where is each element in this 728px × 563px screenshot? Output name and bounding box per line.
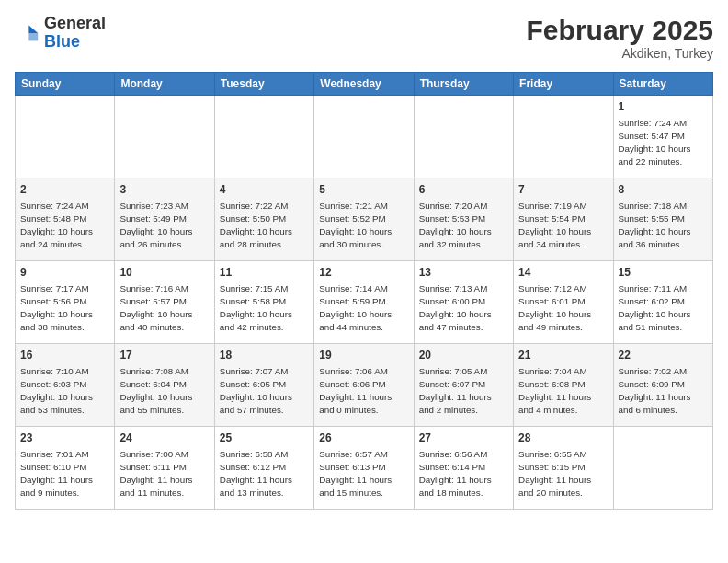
day-number: 20 bbox=[419, 348, 508, 363]
calendar-cell bbox=[314, 96, 414, 178]
day-info: Sunrise: 7:05 AMSunset: 6:07 PMDaylight:… bbox=[419, 365, 508, 418]
calendar-cell: 27Sunrise: 6:56 AMSunset: 6:14 PMDayligh… bbox=[414, 427, 513, 510]
calendar-cell: 13Sunrise: 7:13 AMSunset: 6:00 PMDayligh… bbox=[414, 261, 513, 344]
day-info: Sunrise: 7:16 AMSunset: 5:57 PMDaylight:… bbox=[119, 282, 209, 335]
day-number: 8 bbox=[619, 182, 708, 198]
calendar-cell: 8Sunrise: 7:18 AMSunset: 5:55 PMDaylight… bbox=[613, 178, 712, 261]
calendar-cell: 28Sunrise: 6:55 AMSunset: 6:15 PMDayligh… bbox=[514, 427, 613, 510]
day-info: Sunrise: 7:06 AMSunset: 6:06 PMDaylight:… bbox=[319, 365, 408, 418]
day-info: Sunrise: 6:56 AMSunset: 6:14 PMDaylight:… bbox=[419, 448, 508, 500]
calendar-cell bbox=[613, 427, 712, 510]
day-info: Sunrise: 7:12 AMSunset: 6:01 PMDaylight:… bbox=[518, 282, 608, 335]
calendar-cell: 22Sunrise: 7:02 AMSunset: 6:09 PMDayligh… bbox=[613, 344, 712, 427]
day-info: Sunrise: 7:01 AMSunset: 6:10 PMDaylight:… bbox=[20, 448, 109, 500]
day-number: 27 bbox=[419, 431, 508, 446]
calendar-week-row: 16Sunrise: 7:10 AMSunset: 6:03 PMDayligh… bbox=[16, 344, 713, 427]
calendar-cell bbox=[514, 96, 613, 178]
calendar-cell: 26Sunrise: 6:57 AMSunset: 6:13 PMDayligh… bbox=[314, 427, 414, 510]
calendar-cell bbox=[414, 96, 513, 178]
calendar-week-row: 9Sunrise: 7:17 AMSunset: 5:56 PMDaylight… bbox=[16, 261, 713, 344]
calendar-cell: 14Sunrise: 7:12 AMSunset: 6:01 PMDayligh… bbox=[514, 261, 613, 344]
calendar-cell bbox=[115, 96, 214, 178]
page-header: General Blue February 2025 Akdiken, Turk… bbox=[15, 15, 713, 61]
day-number: 19 bbox=[319, 348, 408, 363]
day-number: 21 bbox=[518, 348, 608, 363]
day-info: Sunrise: 6:58 AMSunset: 6:12 PMDaylight:… bbox=[220, 448, 309, 500]
day-info: Sunrise: 7:14 AMSunset: 5:59 PMDaylight:… bbox=[319, 282, 408, 335]
day-number: 23 bbox=[20, 431, 109, 446]
day-info: Sunrise: 7:08 AMSunset: 6:04 PMDaylight:… bbox=[119, 365, 209, 418]
day-number: 1 bbox=[619, 99, 708, 115]
day-number: 9 bbox=[20, 265, 109, 281]
calendar-week-row: 1Sunrise: 7:24 AMSunset: 5:47 PMDaylight… bbox=[16, 96, 713, 178]
calendar-cell: 1Sunrise: 7:24 AMSunset: 5:47 PMDaylight… bbox=[613, 96, 712, 178]
day-number: 18 bbox=[220, 348, 309, 363]
calendar-header: SundayMondayTuesdayWednesdayThursdayFrid… bbox=[16, 73, 713, 96]
calendar-cell: 16Sunrise: 7:10 AMSunset: 6:03 PMDayligh… bbox=[16, 344, 115, 427]
day-number: 16 bbox=[20, 348, 109, 363]
logo-general: General bbox=[44, 14, 106, 32]
day-info: Sunrise: 7:00 AMSunset: 6:11 PMDaylight:… bbox=[119, 448, 209, 500]
day-number: 22 bbox=[619, 348, 708, 363]
day-number: 14 bbox=[518, 265, 608, 281]
month-year: February 2025 bbox=[527, 15, 713, 46]
day-number: 10 bbox=[119, 265, 209, 281]
calendar-cell: 9Sunrise: 7:17 AMSunset: 5:56 PMDaylight… bbox=[16, 261, 115, 344]
calendar-cell: 4Sunrise: 7:22 AMSunset: 5:50 PMDaylight… bbox=[214, 178, 313, 261]
day-info: Sunrise: 7:13 AMSunset: 6:00 PMDaylight:… bbox=[419, 282, 508, 335]
day-number: 13 bbox=[419, 265, 508, 281]
day-header: Sunday bbox=[16, 73, 115, 96]
calendar-cell: 21Sunrise: 7:04 AMSunset: 6:08 PMDayligh… bbox=[514, 344, 613, 427]
title-block: February 2025 Akdiken, Turkey bbox=[527, 15, 713, 61]
day-number: 11 bbox=[220, 265, 309, 281]
calendar-cell: 6Sunrise: 7:20 AMSunset: 5:53 PMDaylight… bbox=[414, 178, 513, 261]
day-info: Sunrise: 7:02 AMSunset: 6:09 PMDaylight:… bbox=[619, 365, 708, 418]
calendar-week-row: 2Sunrise: 7:24 AMSunset: 5:48 PMDaylight… bbox=[16, 178, 713, 261]
calendar-cell: 2Sunrise: 7:24 AMSunset: 5:48 PMDaylight… bbox=[16, 178, 115, 261]
calendar-cell: 7Sunrise: 7:19 AMSunset: 5:54 PMDaylight… bbox=[514, 178, 613, 261]
calendar-table: SundayMondayTuesdayWednesdayThursdayFrid… bbox=[15, 72, 713, 510]
calendar-cell: 17Sunrise: 7:08 AMSunset: 6:04 PMDayligh… bbox=[115, 344, 214, 427]
calendar-cell bbox=[16, 96, 115, 178]
day-number: 28 bbox=[518, 431, 608, 446]
logo: General Blue bbox=[15, 15, 106, 52]
day-info: Sunrise: 7:23 AMSunset: 5:49 PMDaylight:… bbox=[119, 200, 209, 252]
day-header: Thursday bbox=[414, 73, 513, 96]
day-header: Monday bbox=[115, 73, 214, 96]
day-number: 17 bbox=[119, 348, 209, 363]
day-info: Sunrise: 7:15 AMSunset: 5:58 PMDaylight:… bbox=[220, 282, 309, 335]
calendar-cell bbox=[214, 96, 313, 178]
day-number: 2 bbox=[20, 182, 109, 198]
day-info: Sunrise: 7:19 AMSunset: 5:54 PMDaylight:… bbox=[518, 200, 608, 252]
day-info: Sunrise: 7:10 AMSunset: 6:03 PMDaylight:… bbox=[20, 365, 109, 418]
day-info: Sunrise: 6:55 AMSunset: 6:15 PMDaylight:… bbox=[518, 448, 608, 500]
day-number: 5 bbox=[319, 182, 408, 198]
day-header: Tuesday bbox=[214, 73, 313, 96]
header-row: SundayMondayTuesdayWednesdayThursdayFrid… bbox=[16, 73, 713, 96]
calendar-cell: 5Sunrise: 7:21 AMSunset: 5:52 PMDaylight… bbox=[314, 178, 414, 261]
calendar-cell: 15Sunrise: 7:11 AMSunset: 6:02 PMDayligh… bbox=[613, 261, 712, 344]
day-info: Sunrise: 7:07 AMSunset: 6:05 PMDaylight:… bbox=[220, 365, 309, 418]
calendar-cell: 23Sunrise: 7:01 AMSunset: 6:10 PMDayligh… bbox=[16, 427, 115, 510]
day-header: Saturday bbox=[613, 73, 712, 96]
day-info: Sunrise: 7:04 AMSunset: 6:08 PMDaylight:… bbox=[518, 365, 608, 418]
day-info: Sunrise: 6:57 AMSunset: 6:13 PMDaylight:… bbox=[319, 448, 408, 500]
day-info: Sunrise: 7:20 AMSunset: 5:53 PMDaylight:… bbox=[419, 200, 508, 252]
calendar-cell: 3Sunrise: 7:23 AMSunset: 5:49 PMDaylight… bbox=[115, 178, 214, 261]
svg-marker-0 bbox=[28, 25, 38, 32]
svg-marker-1 bbox=[28, 33, 38, 40]
day-info: Sunrise: 7:24 AMSunset: 5:47 PMDaylight:… bbox=[619, 117, 708, 169]
calendar-cell: 11Sunrise: 7:15 AMSunset: 5:58 PMDayligh… bbox=[214, 261, 313, 344]
day-header: Friday bbox=[514, 73, 613, 96]
logo-text: General Blue bbox=[44, 15, 106, 52]
day-info: Sunrise: 7:21 AMSunset: 5:52 PMDaylight:… bbox=[319, 200, 408, 252]
day-info: Sunrise: 7:17 AMSunset: 5:56 PMDaylight:… bbox=[20, 282, 109, 335]
logo-blue: Blue bbox=[44, 32, 80, 51]
location: Akdiken, Turkey bbox=[527, 46, 713, 61]
calendar-cell: 20Sunrise: 7:05 AMSunset: 6:07 PMDayligh… bbox=[414, 344, 513, 427]
day-number: 25 bbox=[220, 431, 309, 446]
calendar-cell: 12Sunrise: 7:14 AMSunset: 5:59 PMDayligh… bbox=[314, 261, 414, 344]
calendar-cell: 24Sunrise: 7:00 AMSunset: 6:11 PMDayligh… bbox=[115, 427, 214, 510]
calendar-week-row: 23Sunrise: 7:01 AMSunset: 6:10 PMDayligh… bbox=[16, 427, 713, 510]
day-number: 4 bbox=[220, 182, 309, 198]
